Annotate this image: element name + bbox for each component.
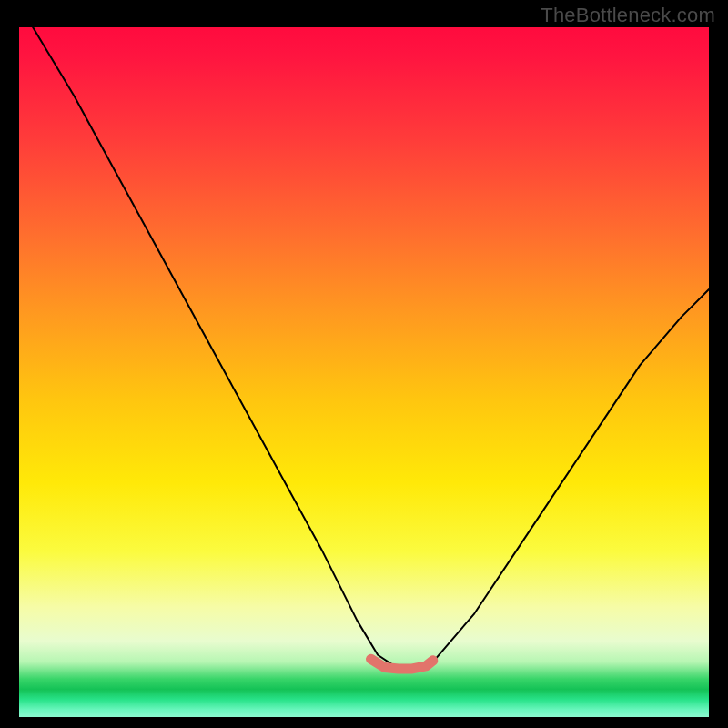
watermark-text: TheBottleneck.com [541, 4, 715, 27]
plot-outer [19, 27, 709, 717]
highlight-segment [371, 659, 433, 669]
chart-frame: TheBottleneck.com [0, 0, 728, 728]
bottleneck-curve [33, 27, 709, 669]
curve-layer [19, 27, 709, 717]
